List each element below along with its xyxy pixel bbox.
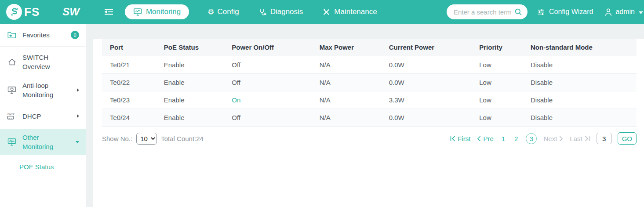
pagination-next[interactable]: Next (543, 135, 563, 142)
table-row: Te0/22EnableOffN/A0.0WLowDisable (102, 74, 637, 91)
pagination-last-label: Last (570, 135, 582, 142)
dhcp-icon: DHCP (7, 113, 17, 120)
table-cell: Disable (523, 91, 637, 109)
table-cell: Enable (156, 109, 224, 127)
table-cell: N/A (312, 74, 381, 91)
table-cell: Te0/22 (102, 74, 156, 91)
fs-logo[interactable]: FS (6, 4, 40, 20)
table-cell: Te0/24 (102, 109, 156, 127)
go-button[interactable]: GO (618, 132, 637, 145)
favorites-folder-icon (7, 31, 17, 39)
table-cell: Low (471, 109, 523, 127)
config-wizard-button[interactable]: Config Wizard (536, 8, 593, 16)
chevron-right-icon (77, 114, 79, 118)
table-cell: Disable (523, 109, 637, 127)
tab-config-label: Config (218, 7, 239, 16)
column-header: Non-standard Mode (523, 39, 637, 56)
sidebar-item-switch-overview[interactable]: SWITCH Overview (0, 49, 86, 75)
table-cell: Off (224, 56, 311, 74)
sidebar-item-anti-loop-monitoring[interactable]: Anti-loop Monitoring (0, 77, 86, 103)
favorites-count-badge: 0 (71, 31, 79, 39)
sidebar-subitem-label: POE Status (19, 163, 54, 171)
table-cell: Low (471, 91, 523, 109)
pagination-first-label: First (458, 135, 470, 142)
chevron-down-icon (639, 11, 643, 14)
search-box (447, 4, 528, 19)
table-cell: 3.3W (381, 91, 472, 109)
page-number-input[interactable] (597, 133, 612, 144)
pagination-prev-label: Pre (483, 135, 493, 142)
home-icon (7, 58, 17, 66)
table-cell: Low (471, 56, 523, 74)
chevron-right-icon (77, 88, 79, 92)
sidebar-item-favorites[interactable]: Favorites 0 (0, 24, 86, 47)
pagination-first[interactable]: First (450, 135, 470, 142)
table-cell: Disable (523, 74, 637, 91)
table-cell: Disable (523, 56, 637, 74)
tab-config[interactable]: ⚙ Config (207, 7, 239, 16)
table-cell: Low (471, 74, 523, 91)
username: admin (615, 8, 635, 16)
column-header: Port (102, 39, 156, 56)
table-cell: Te0/23 (102, 91, 156, 109)
fs-logo-icon (6, 4, 22, 20)
table-cell: 0.0W (381, 109, 472, 127)
table-cell: 0.0W (381, 74, 472, 91)
topbar: FS SW Monitoring ⚙ Config (0, 0, 644, 24)
main-content: PortPoE StatusPower On/OffMax PowerCurre… (86, 24, 644, 207)
column-header: PoE Status (156, 39, 224, 56)
user-icon (604, 8, 613, 16)
column-header: Max Power (312, 39, 381, 56)
tab-diagnosis[interactable]: Diagnosis (258, 7, 303, 16)
table-cell: N/A (312, 56, 381, 74)
gear-icon: ⚙ (207, 8, 214, 16)
pagination-page-1[interactable]: 1 (500, 135, 506, 142)
table-footer: Show No.: 10 Total Count:24 First (102, 126, 637, 151)
table-cell[interactable]: On (224, 91, 311, 109)
sliders-icon (536, 8, 546, 16)
table-row: Te0/23EnableOnN/A3.3WLowDisable (102, 91, 637, 109)
tab-diagnosis-label: Diagnosis (270, 7, 303, 16)
sidebar-subitem-poe-status[interactable]: POE Status (0, 156, 86, 177)
device-name: SW (62, 6, 80, 18)
search-input[interactable] (454, 8, 511, 16)
svg-text:DHCP: DHCP (7, 113, 15, 116)
tab-maintenance[interactable]: Maintenance (321, 7, 377, 16)
table-cell: Enable (156, 74, 224, 91)
sidebar: Favorites 0 SWITCH Overview Anti-loop Mo… (0, 24, 86, 207)
pagination-last[interactable]: Last (570, 135, 589, 142)
tab-monitoring[interactable]: Monitoring (125, 4, 189, 19)
user-menu[interactable]: admin (604, 8, 643, 16)
pagination-page-2[interactable]: 2 (513, 135, 519, 142)
main-navigation: Monitoring ⚙ Config Diagnosis (125, 4, 377, 19)
table-cell: Enable (156, 91, 224, 109)
page-size-select[interactable]: 10 (136, 133, 157, 145)
table-cell: N/A (312, 109, 381, 127)
sidebar-item-label: Other Monitoring (22, 133, 70, 151)
brand-name: FS (24, 5, 40, 19)
table-cell: N/A (312, 91, 381, 109)
monitor-chart-icon (133, 8, 143, 16)
sidebar-item-dhcp[interactable]: DHCP DHCP (0, 105, 86, 127)
table-body: Te0/21EnableOffN/A0.0WLowDisableTe0/22En… (102, 56, 637, 127)
pagination-page-current[interactable]: 3 (526, 133, 537, 144)
sidebar-item-label: SWITCH Overview (22, 53, 74, 71)
table-cell: Enable (156, 56, 224, 74)
total-count: Total Count:24 (161, 135, 204, 142)
chevron-down-icon (76, 141, 79, 143)
favorites-label: Favorites (22, 31, 50, 39)
stethoscope-icon (258, 8, 267, 16)
show-no-label: Show No.: (102, 135, 132, 142)
pagination-prev[interactable]: Pre (477, 135, 493, 142)
sidebar-item-label: DHCP (22, 112, 41, 121)
sidebar-item-other-monitoring[interactable]: Other Monitoring (0, 129, 86, 155)
table-cell: Off (224, 109, 311, 127)
column-header: Power On/Off (224, 39, 311, 56)
pagination: First Pre 1 2 3 Next (450, 132, 637, 145)
table-cell: Te0/21 (102, 56, 156, 74)
column-header: Priority (471, 39, 523, 56)
search-icon[interactable] (514, 8, 522, 16)
monitor-loop-icon (7, 86, 17, 94)
config-wizard-label: Config Wizard (549, 8, 593, 16)
sidebar-collapse-icon[interactable] (103, 7, 114, 16)
